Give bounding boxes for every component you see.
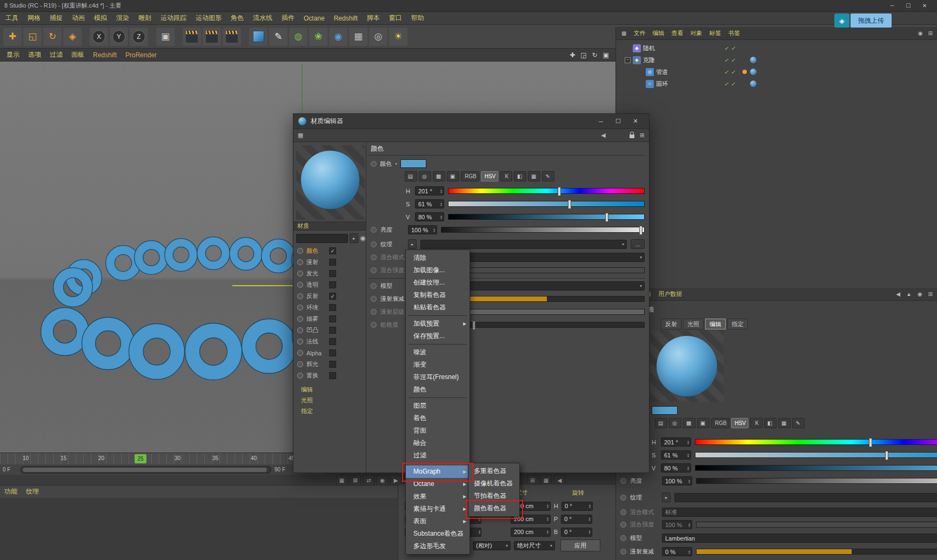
menu-item[interactable]: 图层 xyxy=(406,400,470,412)
hsv-mode-button[interactable]: HSV xyxy=(731,418,749,428)
attribute-manager-header-icon[interactable]: ▲ xyxy=(906,291,912,297)
coordinate-system-icon[interactable]: ▣ xyxy=(156,28,175,46)
model-dropdown[interactable]: Lambertian▾ xyxy=(662,534,937,543)
channel-checkbox[interactable] xyxy=(329,281,336,288)
visibility-toggles[interactable] xyxy=(724,80,735,87)
apply-button[interactable]: 应用 xyxy=(560,539,600,551)
spinner-icon[interactable] xyxy=(431,228,436,232)
spinner-icon[interactable] xyxy=(438,189,443,193)
menu-item[interactable]: 表面 xyxy=(406,515,470,528)
primitive-cube-icon[interactable] xyxy=(249,28,267,46)
viewport-menu-item[interactable]: 过滤 xyxy=(50,50,63,59)
channel-checkbox[interactable] xyxy=(329,327,336,334)
s-slider[interactable] xyxy=(448,201,645,207)
texture-grid-icon[interactable]: ▦ xyxy=(298,132,303,139)
menubar-item[interactable]: 捕捉 xyxy=(50,14,63,23)
channel-checkbox[interactable] xyxy=(329,372,336,379)
h-field[interactable]: 201 ° xyxy=(661,437,691,447)
channel-checkbox[interactable] xyxy=(329,349,336,356)
s-slider[interactable] xyxy=(695,452,937,458)
menubar-item[interactable]: Octane xyxy=(304,15,325,22)
rotation-field[interactable]: 0 ° xyxy=(561,502,593,511)
object-manager-menu-item[interactable]: 查看 xyxy=(671,29,683,37)
recent-tool-icon[interactable]: ◈ xyxy=(63,28,82,46)
window-close-button[interactable]: ✕ xyxy=(627,116,644,127)
channel-checkbox[interactable] xyxy=(329,247,336,254)
material-editor-titlebar[interactable]: 材质编辑器 ─ ☐ ✕ xyxy=(293,114,649,129)
lock-x-axis-icon[interactable]: X xyxy=(90,28,108,46)
spinner-icon[interactable] xyxy=(685,440,690,444)
transport-icon[interactable]: ⊠ xyxy=(350,475,361,485)
minimize-button[interactable]: ─ xyxy=(884,1,900,11)
menubar-item[interactable]: 网格 xyxy=(28,14,41,23)
s-field[interactable]: 61 % xyxy=(415,199,444,208)
kelvin-mode-button[interactable]: K xyxy=(500,171,512,181)
menubar-item[interactable]: 脚本 xyxy=(367,14,380,23)
kelvin-mode-button[interactable]: K xyxy=(750,418,762,428)
channel-item[interactable]: 烟雾 xyxy=(293,313,366,325)
volume-icon[interactable]: ◉ xyxy=(329,28,347,46)
channel-item[interactable]: 辉光 xyxy=(293,359,366,370)
compact-mode-icon[interactable]: ▤ xyxy=(405,171,417,181)
anim-dot-icon[interactable] xyxy=(371,283,377,289)
window-maximize-button[interactable]: ☐ xyxy=(610,116,627,127)
timeline-scrollbar[interactable] xyxy=(21,466,271,474)
channel-checkbox[interactable] xyxy=(329,259,336,266)
spectrum-icon[interactable]: ▩ xyxy=(433,171,445,181)
brightness-slider[interactable] xyxy=(696,478,937,484)
move-tool-icon[interactable]: ✚ xyxy=(3,28,22,46)
spinner-icon[interactable] xyxy=(545,530,549,534)
expander-icon[interactable] xyxy=(625,57,631,63)
timeline-ruler[interactable]: 10 15 20 30 35 40 45 25 xyxy=(0,453,324,465)
scale-tool-icon[interactable]: ◱ xyxy=(23,28,42,46)
channel-checkbox[interactable] xyxy=(329,338,336,345)
toggle-view-icon[interactable]: ▣ xyxy=(603,51,609,59)
menu-item[interactable] xyxy=(409,344,467,345)
attribute-manager-header-icon[interactable]: ◀ xyxy=(896,291,900,297)
spinner-icon[interactable] xyxy=(586,517,591,521)
rotation-field[interactable]: 0 ° xyxy=(561,528,592,537)
viewport-menu-item[interactable]: ProRender xyxy=(125,51,157,59)
spinner-icon[interactable] xyxy=(685,453,690,457)
transport-icon[interactable]: ▦ xyxy=(336,475,347,485)
add-panel-icon[interactable]: ⊞ xyxy=(640,132,645,139)
submenu-item[interactable]: 节拍着色器 xyxy=(468,490,519,502)
menubar-item[interactable]: 雕刻 xyxy=(138,14,151,23)
material-manager-menu-item[interactable]: 功能 xyxy=(4,487,17,496)
texture-expand-icon[interactable]: ▸ xyxy=(408,239,417,249)
brightness-slider[interactable] xyxy=(441,227,645,233)
menu-item[interactable]: 效果 xyxy=(406,490,470,503)
object-manager-menu-item[interactable]: 编辑 xyxy=(652,29,664,37)
falloff-slider[interactable] xyxy=(696,549,937,555)
menubar-item[interactable]: 渲染 xyxy=(116,14,129,23)
spinner-icon[interactable] xyxy=(686,550,691,554)
attribute-manager-menu-item[interactable]: 用户数据 xyxy=(658,290,682,298)
transport-icon[interactable]: ⇄ xyxy=(363,475,374,485)
object-name[interactable]: 圆环 xyxy=(656,80,668,88)
object-manager-menu-item[interactable]: 书签 xyxy=(728,29,740,37)
menu-item[interactable]: 保存预置... xyxy=(406,330,470,342)
menubar-item[interactable]: 动画 xyxy=(72,14,85,23)
channel-item[interactable]: 凹凸 xyxy=(293,325,366,336)
color-swatch[interactable] xyxy=(652,406,678,415)
rgb-mode-button[interactable]: RGB xyxy=(711,418,729,428)
falloff-slider[interactable] xyxy=(449,296,645,302)
viewport-menu-item[interactable]: 面板 xyxy=(71,50,84,59)
attribute-manager-header-icon[interactable]: ⊞ xyxy=(928,291,933,297)
attribute-manager-header-icon[interactable]: ◉ xyxy=(918,291,922,297)
anim-dot-icon[interactable] xyxy=(371,241,377,247)
current-frame-marker[interactable]: 25 xyxy=(135,454,146,463)
color-picker-icon[interactable]: ✎ xyxy=(792,418,805,428)
channel-item[interactable]: 置换 xyxy=(293,370,366,381)
anim-dot-icon[interactable] xyxy=(371,296,377,302)
menu-item[interactable]: 菲涅耳(Fresnel) xyxy=(406,371,470,383)
anim-dot-icon[interactable] xyxy=(620,535,626,541)
submenu-item[interactable]: 摄像机着色器 xyxy=(468,477,519,490)
channel-checkbox[interactable] xyxy=(329,304,336,311)
object-manager-header-icon[interactable]: ◉ xyxy=(918,30,923,36)
material-preview-area[interactable] xyxy=(650,330,724,402)
channel-item[interactable]: Alpha xyxy=(293,347,366,359)
spinner-icon[interactable] xyxy=(477,530,481,534)
spinner-icon[interactable] xyxy=(587,504,591,508)
spinner-icon[interactable] xyxy=(586,530,591,534)
